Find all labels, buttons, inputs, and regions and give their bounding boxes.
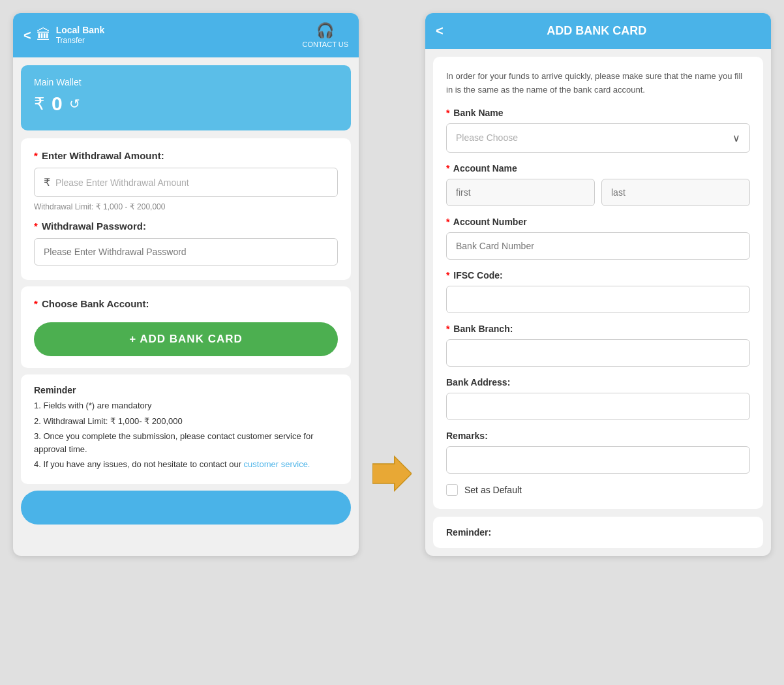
headphone-icon: 🎧 (316, 22, 334, 39)
reminder-item-4: 4. If you have any issues, do not hesita… (34, 458, 338, 471)
customer-service-link[interactable]: customer service. (244, 459, 310, 469)
account-number-label: * Account Number (446, 217, 750, 227)
back-icon[interactable]: < (23, 28, 31, 43)
bank-name-field: * Bank Name Please Choose ∨ (446, 108, 750, 153)
bank-icon: 🏛 (37, 27, 51, 44)
reminder-section: Reminder 1. Fields with (*) are mandator… (21, 374, 351, 484)
limit-text: Withdrawal Limit: ₹ 1,000 - ₹ 200,000 (34, 202, 338, 211)
info-text: In order for your funds to arrive quickl… (446, 70, 750, 97)
required-star-2: * (34, 221, 38, 232)
right-screen: < ADD BANK CARD In order for your funds … (425, 13, 771, 556)
chevron-down-icon: ∨ (732, 132, 740, 144)
set-default-row[interactable]: Set as Default (446, 484, 750, 496)
remarks-field: Remarks: (446, 431, 750, 474)
choose-bank-label: * Choose Bank Account: (34, 298, 338, 309)
contact-us-label: CONTACT US (303, 40, 349, 48)
withdrawal-amount-label: * Enter Withdrawal Amount: (34, 150, 338, 161)
reminder-title: Reminder (34, 385, 338, 395)
bank-address-input[interactable] (446, 393, 750, 420)
account-number-input[interactable] (446, 232, 750, 260)
amount-input-wrapper[interactable]: ₹ Please Enter Withdrawal Amount (34, 168, 338, 197)
left-header: < 🏛 Local Bank Transfer 🎧 CONTACT US (13, 13, 359, 57)
right-header-title: ADD BANK CARD (451, 24, 761, 38)
left-bottom-button[interactable] (21, 491, 351, 525)
arrow-indicator (369, 391, 415, 556)
arrow-svg (372, 454, 412, 493)
bank-account-section: * Choose Bank Account: + ADD BANK CARD (21, 286, 351, 368)
rupee-icon: ₹ (44, 176, 50, 189)
ifsc-code-field: * IFSC Code: (446, 270, 750, 313)
bank-branch-field: * Bank Branch: (446, 324, 750, 367)
wallet-amount: 0 (52, 93, 63, 115)
bank-address-label: Bank Address: (446, 377, 750, 388)
bank-name: Local Bank (56, 25, 105, 36)
right-reminder-section: Reminder: (433, 517, 763, 548)
bank-address-field: Bank Address: (446, 377, 750, 420)
account-name-field: * Account Name (446, 163, 750, 206)
right-reminder-title: Reminder: (446, 527, 750, 538)
account-name-label: * Account Name (446, 163, 750, 174)
ifsc-code-input[interactable] (446, 286, 750, 313)
rupee-symbol: ₹ (34, 94, 45, 114)
refresh-icon[interactable]: ↺ (69, 96, 80, 112)
set-default-checkbox[interactable] (446, 484, 458, 496)
ifsc-code-label: * IFSC Code: (446, 270, 750, 281)
reminder-item-2: 2. Withdrawal Limit: ₹ 1,000- ₹ 200,000 (34, 415, 338, 428)
password-label: * Withdrawal Password: (34, 221, 338, 232)
reminder-item-3: 3. Once you complete the submission, ple… (34, 430, 338, 455)
bank-name-label: * Bank Name (446, 108, 750, 118)
remarks-input[interactable] (446, 446, 750, 474)
wallet-card: Main Wallet ₹ 0 ↺ (21, 65, 351, 130)
bank-name-placeholder: Please Choose (456, 132, 518, 143)
right-back-icon[interactable]: < (436, 23, 444, 38)
password-input[interactable] (34, 238, 338, 266)
wallet-label: Main Wallet (34, 77, 338, 87)
account-number-field: * Account Number (446, 217, 750, 260)
bank-name-select[interactable]: Please Choose ∨ (446, 123, 750, 153)
reminder-item-1: 1. Fields with (*) are mandatory (34, 399, 338, 412)
required-star-3: * (34, 298, 38, 309)
first-name-input[interactable] (446, 179, 595, 206)
bank-branch-label: * Bank Branch: (446, 324, 750, 334)
add-bank-form-card: In order for your funds to arrive quickl… (433, 57, 763, 509)
left-screen: < 🏛 Local Bank Transfer 🎧 CONTACT US Mai… (13, 13, 359, 556)
contact-us-button[interactable]: 🎧 CONTACT US (303, 22, 349, 48)
bank-subtitle: Transfer (56, 36, 105, 45)
set-default-label: Set as Default (464, 485, 522, 495)
withdrawal-form-card: * Enter Withdrawal Amount: ₹ Please Ente… (21, 138, 351, 280)
add-bank-card-button[interactable]: + ADD BANK CARD (34, 322, 338, 356)
required-star: * (34, 150, 38, 161)
bank-branch-input[interactable] (446, 339, 750, 367)
last-name-input[interactable] (601, 179, 750, 206)
amount-placeholder: Please Enter Withdrawal Amount (55, 177, 189, 188)
svg-marker-0 (372, 457, 412, 491)
remarks-label: Remarks: (446, 431, 750, 441)
right-header: < ADD BANK CARD (425, 13, 771, 49)
